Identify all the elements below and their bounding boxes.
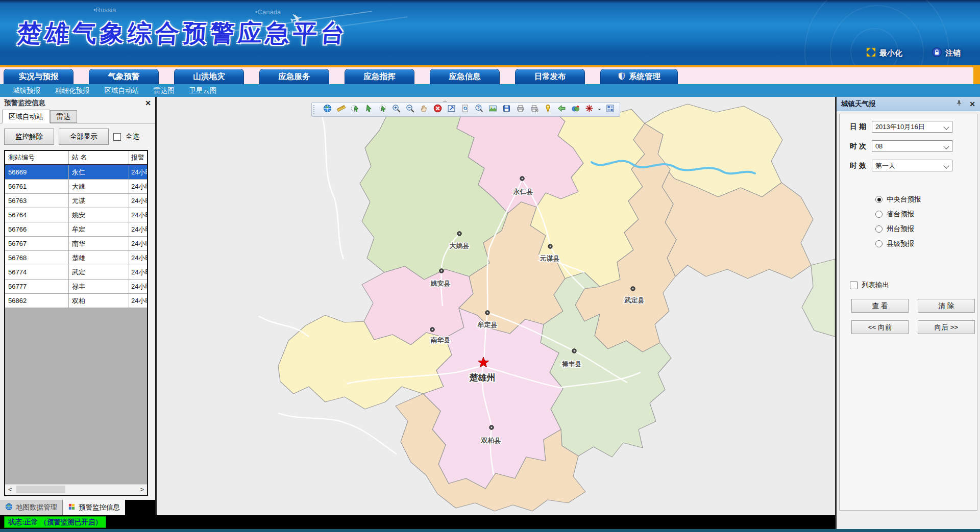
table-cell: 禄丰 bbox=[68, 280, 129, 293]
bottom-tab-label: 地图数据管理 bbox=[16, 503, 57, 512]
table-row[interactable]: 56764姚安24小时 bbox=[5, 208, 147, 222]
nav-tab-7[interactable]: 日常发布 bbox=[515, 69, 585, 84]
pin-icon[interactable] bbox=[955, 99, 963, 108]
save-map-icon bbox=[502, 104, 511, 115]
toolbar-icon-select-region[interactable] bbox=[348, 104, 361, 115]
previous-button[interactable]: << 向前 bbox=[851, 320, 909, 334]
table-row[interactable]: 56761大姚24小时 bbox=[5, 180, 147, 194]
panel-tab-1[interactable]: 区域自动站 bbox=[2, 110, 50, 123]
table-row[interactable]: 56669永仁24小时 bbox=[5, 165, 147, 180]
show-all-button[interactable]: 全部显示 bbox=[59, 129, 109, 145]
table-cell: 56761 bbox=[5, 183, 68, 190]
subnav-item-5[interactable]: 卫星云图 bbox=[189, 86, 217, 95]
radio-icon[interactable] bbox=[875, 211, 883, 218]
radio-icon[interactable] bbox=[875, 240, 883, 247]
table-cell: 大姚 bbox=[68, 180, 129, 193]
table-row[interactable]: 56763元谋24小时 bbox=[5, 194, 147, 208]
table-row[interactable]: 56767南华24小时 bbox=[5, 237, 147, 251]
time-select[interactable]: 08 bbox=[872, 140, 952, 152]
table-row[interactable]: 56862双柏24小时 bbox=[5, 294, 147, 308]
release-monitor-button[interactable]: 监控解除 bbox=[4, 129, 54, 145]
nav-tab-label: 实况与预报 bbox=[19, 71, 59, 82]
nav-tab-2[interactable]: 气象预警 bbox=[89, 69, 159, 84]
radio-icon[interactable] bbox=[875, 225, 883, 233]
table-cell: 南华 bbox=[68, 237, 129, 250]
legend-grid-icon bbox=[606, 104, 615, 115]
view-button[interactable]: 查 看 bbox=[851, 299, 909, 313]
toolbar-icon-pan-hand[interactable] bbox=[417, 104, 430, 115]
table-row[interactable]: 56777禄丰24小时 bbox=[5, 280, 147, 294]
time-label: 时 次 bbox=[850, 142, 866, 151]
clear-button[interactable]: 清 除 bbox=[918, 299, 975, 313]
horizontal-scrollbar[interactable]: < > bbox=[5, 484, 147, 495]
refresh-icon bbox=[461, 104, 470, 115]
toolbar-icon-dropdown-caret[interactable] bbox=[596, 104, 603, 115]
toolbar-icon-identify[interactable]: ? bbox=[472, 104, 485, 115]
date-select[interactable]: 2013年10月16日 bbox=[872, 121, 952, 133]
toolbar-icon-zoom-in[interactable] bbox=[389, 104, 403, 115]
close-icon[interactable]: ✕ bbox=[145, 99, 151, 107]
prefecture-map[interactable]: 永仁县大姚县元谋县姚安县牟定县武定县南华县禄丰县双柏县楚雄州 bbox=[157, 97, 835, 515]
radio-label: 中央台预报 bbox=[887, 195, 921, 204]
nav-tab-4[interactable]: 应急服务 bbox=[259, 69, 329, 84]
toolbar-icon-stop[interactable] bbox=[431, 104, 444, 115]
toolbar-icon-save-map[interactable] bbox=[500, 104, 513, 115]
logout-button[interactable]: 注销 bbox=[932, 47, 961, 59]
stop-icon bbox=[433, 104, 442, 115]
toolbar-icon-measure[interactable] bbox=[334, 104, 348, 115]
nav-tab-5[interactable]: 应急指挥 bbox=[345, 69, 414, 84]
county-label: 姚安县 bbox=[430, 280, 451, 287]
table-row[interactable]: 56766牟定24小时 bbox=[5, 222, 147, 237]
table-row[interactable]: 56774武定24小时 bbox=[5, 265, 147, 280]
list-output-checkbox[interactable] bbox=[850, 282, 857, 289]
radio-icon[interactable] bbox=[875, 196, 883, 203]
scroll-left-icon[interactable]: < bbox=[8, 485, 12, 494]
bottom-tab-1[interactable]: 地图数据管理 bbox=[0, 500, 62, 515]
table-cell: 56669 bbox=[5, 168, 68, 176]
nav-tab-8[interactable]: 系统管理 bbox=[600, 69, 678, 84]
toolbar-icon-print-setup[interactable] bbox=[527, 104, 541, 115]
toolbar-icon-globe[interactable] bbox=[321, 104, 334, 115]
map-viewport[interactable]: 永仁县大姚县元谋县姚安县牟定县武定县南华县禄丰县双柏县楚雄州 ? bbox=[157, 97, 835, 515]
nav-tab-6[interactable]: 应急信息 bbox=[430, 69, 500, 84]
toolbar-icon-print[interactable] bbox=[513, 104, 527, 115]
minimize-button[interactable]: 最小化 bbox=[866, 47, 902, 59]
scroll-right-icon[interactable]: > bbox=[140, 485, 144, 494]
toolbar-icon-full-extent[interactable] bbox=[445, 104, 458, 115]
next-button[interactable]: 向后 >> bbox=[918, 320, 975, 334]
nav-tab-3[interactable]: 山洪地灾 bbox=[174, 69, 244, 84]
validity-select[interactable]: 第一天 bbox=[872, 160, 952, 171]
close-icon[interactable]: ✕ bbox=[969, 100, 975, 108]
county-label: 双柏县 bbox=[481, 437, 501, 444]
toolbar-icon-lasso[interactable] bbox=[376, 104, 389, 115]
toolbar-icon-legend-grid[interactable] bbox=[603, 104, 617, 115]
identify-icon: ? bbox=[475, 104, 483, 115]
toolbar-icon-pointer[interactable] bbox=[362, 104, 375, 115]
toolbar-icon-zoom-out[interactable] bbox=[403, 104, 416, 115]
subnav-item-2[interactable]: 精细化预报 bbox=[55, 86, 90, 95]
toolbar-icon-refresh[interactable] bbox=[458, 104, 472, 115]
county-label: 永仁县 bbox=[513, 188, 533, 195]
radio-option-4[interactable]: 县级预报 bbox=[875, 239, 921, 248]
subnav-item-3[interactable]: 区域自动站 bbox=[105, 86, 139, 95]
toolbar-icon-back-arrow[interactable] bbox=[555, 104, 568, 115]
lasso-icon bbox=[378, 104, 387, 115]
radio-option-3[interactable]: 州台预报 bbox=[875, 224, 921, 234]
panel-tab-2[interactable]: 雷达 bbox=[50, 110, 77, 123]
bottom-tab-2[interactable]: 预警监控信息 bbox=[62, 500, 125, 515]
scrollbar-thumb[interactable] bbox=[16, 486, 65, 493]
table-cell: 24小时 bbox=[129, 208, 147, 222]
toolbar-icon-pin-marker[interactable] bbox=[541, 104, 554, 115]
subnav-item-4[interactable]: 雷达图 bbox=[154, 86, 175, 95]
table-row[interactable]: 56768楚雄24小时 bbox=[5, 251, 147, 265]
nav-tab-1[interactable]: 实况与预报 bbox=[4, 69, 74, 84]
radio-option-1[interactable]: 中央台预报 bbox=[875, 195, 921, 204]
toolbar-icon-add-overlay[interactable] bbox=[569, 104, 582, 115]
toolbar-drag-handle[interactable] bbox=[313, 105, 318, 114]
toolbar-icon-flash-point[interactable] bbox=[582, 104, 596, 115]
select-all-checkbox[interactable] bbox=[113, 133, 121, 141]
radio-option-2[interactable]: 省台预报 bbox=[875, 210, 921, 219]
toolbar-icon-image-export[interactable] bbox=[486, 104, 499, 115]
subnav-item-1[interactable]: 城镇预报 bbox=[13, 86, 40, 95]
table-cell: 姚安 bbox=[68, 208, 129, 222]
